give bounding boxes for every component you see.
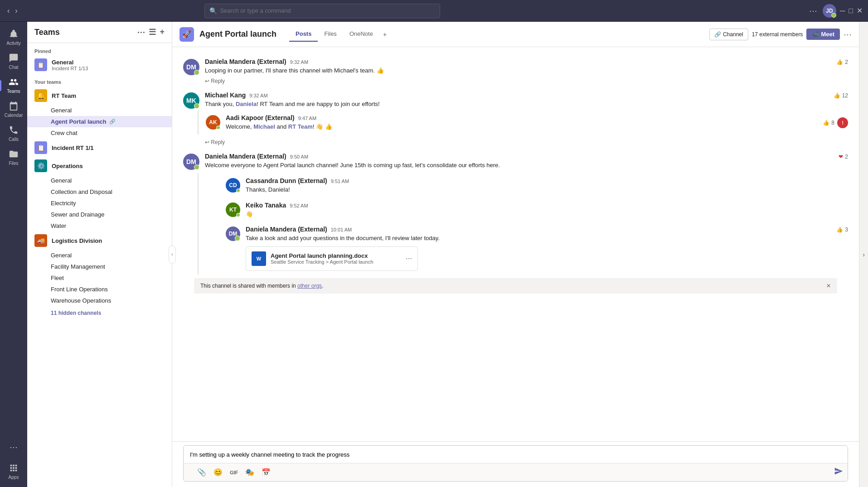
chat-icon <box>9 53 19 63</box>
online-cd <box>236 188 240 193</box>
sidebar-actions[interactable]: ⋯ ☰ + <box>137 27 165 37</box>
file-more-button[interactable]: ⋯ <box>406 255 412 262</box>
collapse-sidebar-button[interactable]: ‹ <box>169 246 176 264</box>
channel-sewer[interactable]: Sewer and Drainage <box>27 209 172 220</box>
thread-reply-3a: CD Cassandra Dunn (External) 9:51 AM Tha… <box>199 174 859 198</box>
online-indicator <box>832 14 836 18</box>
team-logistics[interactable]: 🚚 Logistics Division ⋯ <box>27 231 172 250</box>
more-channel-options[interactable]: ⋯ <box>844 29 852 39</box>
shared-notice: This channel is shared with members in o… <box>194 278 837 294</box>
file-card[interactable]: W Agent Portal launch planning.docx Seat… <box>246 246 418 271</box>
operations-name: Operations <box>52 163 154 169</box>
channel-collection[interactable]: Collection and Disposal <box>27 186 172 198</box>
channel-general-log[interactable]: General <box>27 250 172 261</box>
teams-icon <box>9 77 19 87</box>
gif-button[interactable]: GIF <box>228 468 240 477</box>
files-nav[interactable]: Files <box>0 145 27 169</box>
right-panel-toggle[interactable]: › <box>859 22 868 487</box>
tab-onenote[interactable]: OneNote <box>343 27 379 42</box>
apps-label: Apps <box>9 475 19 480</box>
search-bar[interactable]: 🔍 <box>204 4 440 18</box>
calendar-nav[interactable]: Calendar <box>0 97 27 121</box>
water-label: Water <box>51 222 66 229</box>
pinned-general[interactable]: 📋 General Incident RT 1/13 <box>27 56 172 74</box>
reply-btn-2[interactable]: ↩ Reply <box>205 139 848 145</box>
channel-water[interactable]: Water <box>27 220 172 231</box>
team-operations[interactable]: ⚙️ Operations ⋯ <box>27 157 172 175</box>
add-tab-button[interactable]: + <box>379 27 390 42</box>
filter-button[interactable]: ☰ <box>149 27 156 37</box>
activity-nav[interactable]: Activity <box>0 25 27 49</box>
channel-fleet[interactable]: Fleet <box>27 272 172 284</box>
file-info: Agent Portal launch planning.docx Seattl… <box>271 252 401 265</box>
channel-warehouse[interactable]: Warehouse Operations <box>27 295 172 306</box>
thread-text-1: Welcome, Michael and RT Team! 👋 👍 <box>226 122 817 131</box>
channel-info-button[interactable]: 🔗 Channel <box>709 29 748 40</box>
back-button[interactable]: ‹ <box>5 5 11 17</box>
channel-agent-portal[interactable]: Agent Portal launch 🔗 <box>27 116 172 127</box>
thread-right-3c: 👍 3 <box>836 226 848 271</box>
maximize-button[interactable]: □ <box>849 7 853 15</box>
more-options-icon[interactable]: ⋯ <box>807 4 819 18</box>
channel-electricity[interactable]: Electricity <box>27 198 172 209</box>
message-1: DM Daniela Mandera (External) 9:32 AM Lo… <box>172 54 859 88</box>
tab-files[interactable]: Files <box>318 27 343 42</box>
pinned-label: Pinned <box>27 43 172 56</box>
more-options-button[interactable]: ⋯ <box>137 27 145 37</box>
team-incident-rt[interactable]: 📋 Incident RT 1/1 ⋯ <box>27 139 172 157</box>
message-2-container: MK Michael Kang 9:32 AM Thank you, Danie… <box>172 88 859 149</box>
pinned-sub: Incident RT 1/13 <box>52 66 88 71</box>
add-team-button[interactable]: + <box>160 27 165 37</box>
mention-michael: Michael <box>253 123 275 130</box>
minimize-button[interactable]: ─ <box>840 7 845 15</box>
attach-button[interactable]: 📎 <box>195 466 208 478</box>
reply-btn-1[interactable]: ↩ Reply <box>205 78 831 84</box>
nav-back-forward[interactable]: ‹ › <box>5 5 19 17</box>
close-button[interactable]: ✕ <box>857 6 863 15</box>
chat-nav[interactable]: Chat <box>0 49 27 73</box>
msg-right-3: ❤ 2 <box>839 153 848 170</box>
channel-crew-chat[interactable]: Crew chat <box>27 127 172 139</box>
calls-nav[interactable]: Calls <box>0 121 27 145</box>
close-notice-button[interactable]: ✕ <box>826 283 831 289</box>
thread-time-3c: 10:01 AM <box>331 227 352 232</box>
format-button[interactable]: 𝅸 <box>188 467 192 478</box>
search-input[interactable] <box>220 7 435 14</box>
compose-input[interactable] <box>184 446 848 463</box>
compose-box: 𝅸 📎 😊 GIF 🎭 📅 <box>183 445 848 482</box>
thread-like-1: 👍 8 <box>823 120 834 126</box>
user-avatar[interactable]: JD <box>823 4 836 18</box>
reaction-badge: ! <box>837 117 848 128</box>
team-rt[interactable]: 🔔 RT Team ⋯ <box>27 87 172 105</box>
meet-button[interactable]: 📹 Meet <box>806 29 840 40</box>
messages-area: DM Daniela Mandera (External) 9:32 AM Lo… <box>172 47 859 441</box>
avatar-ak: AK <box>206 115 220 130</box>
teams-nav[interactable]: Teams <box>0 73 27 97</box>
channel-frontline[interactable]: Front Line Operations <box>27 284 172 295</box>
thread-time-1: 9:47 AM <box>298 116 316 121</box>
thread-author-3c: Daniela Mandera (External) <box>246 226 327 233</box>
channel-general-rt[interactable]: General <box>27 105 172 116</box>
other-orgs-link[interactable]: other orgs <box>297 283 322 289</box>
send-button[interactable] <box>834 467 843 478</box>
search-icon: 🔍 <box>209 7 217 14</box>
apps-nav[interactable]: Apps <box>0 459 27 483</box>
channel-general-ops[interactable]: General <box>27 175 172 186</box>
more-nav[interactable]: ⋯ <box>0 439 27 456</box>
tab-posts[interactable]: Posts <box>289 27 318 42</box>
external-members-count[interactable]: 17 external members <box>752 31 803 38</box>
sidebar-content: Pinned 📋 General Incident RT 1/13 Your t… <box>27 43 172 487</box>
forward-button[interactable]: › <box>13 5 19 17</box>
avatar-dm1: DM <box>183 59 199 75</box>
hidden-channels-link[interactable]: 11 hidden channels <box>27 306 172 320</box>
emoji-button[interactable]: 😊 <box>212 466 224 478</box>
sticker-button[interactable]: 🎭 <box>243 466 256 478</box>
thread-like-num-3c: 3 <box>845 227 848 233</box>
incident-rt-icon: 📋 <box>34 141 47 154</box>
shared-notice-wrapper: This channel is shared with members in o… <box>172 275 859 297</box>
channel-facility[interactable]: Facility Management <box>27 261 172 272</box>
avatar-dm2: DM <box>183 154 199 170</box>
heart-count-3: ❤ 2 <box>839 154 848 160</box>
channel-title: Agent Portal launch <box>199 29 276 39</box>
schedule-button[interactable]: 📅 <box>260 466 272 478</box>
